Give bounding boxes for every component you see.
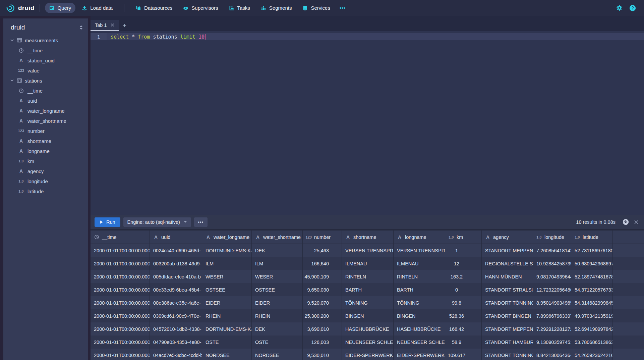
column-header-shortname[interactable]: Ashortname [342,230,394,244]
cell-km[interactable]: 1 [445,244,482,257]
cell-__time[interactable]: 2000-01-01T00:00:00.000Z [91,349,150,360]
cell-number[interactable]: 9,530,010 [303,349,342,360]
cell-number[interactable]: 3,690,010 [303,322,342,336]
tab-1[interactable]: Tab 1 [91,20,119,31]
cell-uuid[interactable]: 04acd7e5-3cbc-4cdd-b [150,349,202,360]
cell-water_shortname[interactable]: DEK [252,322,303,336]
cell-uuid[interactable]: 0024cc40-d690-468d- [150,244,202,257]
cell-number[interactable]: 45,900,109 [303,270,342,283]
cell-longname[interactable]: BINGEN [394,309,445,322]
cell-shortname[interactable]: VERSEN TRENNSPITZE [342,244,394,257]
cell-water_shortname[interactable]: OSTSEE [252,283,303,296]
cell-water_shortname[interactable]: RHEIN [252,309,303,322]
cell-longname[interactable]: BARTH [394,283,445,296]
cell-uuid[interactable]: 003200ab-d138-49d9- [150,257,202,270]
cell-uuid[interactable]: 00e386ac-e35c-4a6e- [150,296,202,309]
cell-water_longname[interactable]: OSTSEE [202,283,252,296]
column-header-latitude[interactable]: 1.0latitude [571,230,613,244]
sidebar-column-value[interactable]: 123value [3,65,88,75]
column-header-uuid[interactable]: Auuid [150,230,202,244]
cell-latitude[interactable]: 54.2659236242160 [571,349,613,360]
cell-agency[interactable]: STANDORT TÖNNING [482,296,533,309]
cell-latitude[interactable]: 53.7806865138630 [571,336,613,349]
download-results-button[interactable] [623,219,629,225]
cell-uuid[interactable]: 00c33ed9-6bea-45b4- [150,283,202,296]
cell-longitude[interactable]: 8.9501490349654 [533,296,571,309]
sidebar-column-latitude[interactable]: 1.0latitude [3,186,88,196]
nav-item-supervisors[interactable]: Supervisors [179,3,222,13]
cell-water_shortname[interactable]: WESER [252,270,303,283]
cell-number[interactable]: 9,650,030 [303,283,342,296]
schema-selector-button[interactable] [79,25,83,30]
cell-latitude[interactable]: 49.9703421359191 [571,309,613,322]
sidebar-column-__time[interactable]: __time [3,45,88,55]
nav-item-segments[interactable]: Segments [256,3,296,13]
cell-agency[interactable]: STANDORT MEPPEN [482,322,533,336]
cell-longname[interactable]: RINTELN [394,270,445,283]
cell-uuid[interactable]: 005dfdae-efcc-410a-b [150,270,202,283]
cell-latitude[interactable]: 52.1897474816781 [571,270,613,283]
column-header-km[interactable]: 1.0km [445,230,482,244]
cell-water_shortname[interactable]: DEK [252,244,303,257]
cell-km[interactable]: 163.2 [445,270,482,283]
sidebar-column-water_shortname[interactable]: Awater_shortname [3,116,88,126]
cell-water_shortname[interactable]: OSTE [252,336,303,349]
cell-agency[interactable]: REGIONALSTELLE SUHL [482,257,533,270]
cell-water_shortname[interactable]: NORDSEE [252,349,303,360]
cell-shortname[interactable]: HASEHUBBRÜCKE [342,322,394,336]
close-results-button[interactable] [634,220,639,224]
cell-__time[interactable]: 2000-01-01T00:00:00.000Z [91,309,150,322]
cell-longitude[interactable]: 7.2608564181428 [533,244,571,257]
close-tab-icon[interactable] [111,23,114,27]
column-header-water_shortname[interactable]: Awater_shortname [252,230,303,244]
nav-item-datasources[interactable]: Datasources [131,3,177,13]
cell-shortname[interactable]: BINGEN [342,309,394,322]
sidebar-column-water_longname[interactable]: Awater_longname [3,106,88,116]
cell-__time[interactable]: 2000-01-01T00:00:00.000Z [91,257,150,270]
cell-water_shortname[interactable]: ILM [252,257,303,270]
cell-longitude[interactable]: 7.8996679633971 [533,309,571,322]
cell-agency[interactable]: STANDORT BINGEN [482,309,533,322]
sidebar-column-number[interactable]: 123number [3,126,88,136]
cell-km[interactable]: 528.36 [445,309,482,322]
cell-longname[interactable]: VERSEN TRENNSPITZE [394,244,445,257]
cell-longname[interactable]: NEUENSEER SCHLEUSE [394,336,445,349]
cell-shortname[interactable]: ILMENAU [342,257,394,270]
cell-agency[interactable]: STANDORT TÖNNING [482,349,533,360]
cell-uuid[interactable]: 04572010-1db2-4338- [150,322,202,336]
run-button[interactable]: Run [95,217,120,227]
nav-item-services[interactable]: Services [298,3,335,13]
cell-latitude[interactable]: 50.6809423686970 [571,257,613,270]
nav-item-tasks[interactable]: Tasks [225,3,254,13]
sql-line[interactable]: select * from stations limit 10 [107,33,644,40]
column-header-longitude[interactable]: 1.0longitude [533,230,571,244]
cell-latitude[interactable]: 54.3146829998450 [571,296,613,309]
cell-longname[interactable]: HASEHUBBRÜCKE [394,322,445,336]
cell-longitude[interactable]: 9.1309035974510 [533,336,571,349]
cell-agency[interactable]: STANDORT STRALSUND [482,283,533,296]
cell-__time[interactable]: 2000-01-01T00:00:00.000Z [91,336,150,349]
cell-number[interactable]: 25,300,200 [303,309,342,322]
cell-__time[interactable]: 2000-01-01T00:00:00.000Z [91,244,150,257]
cell-km[interactable]: 12 [445,257,482,270]
cell-number[interactable]: 25,463 [303,244,342,257]
cell-latitude[interactable]: 52.7311869761806 [571,244,613,257]
sidebar-table-stations[interactable]: stations [3,75,88,86]
help-button[interactable]: ? [629,5,636,11]
cell-__time[interactable]: 2000-01-01T00:00:00.000Z [91,283,150,296]
query-more-button[interactable]: ••• [194,217,208,227]
sidebar-column-agency[interactable]: Aagency [3,166,88,176]
cell-water_longname[interactable]: ILM [202,257,252,270]
cell-__time[interactable]: 2000-01-01T00:00:00.000Z [91,296,150,309]
cell-agency[interactable]: STANDORT MEPPEN [482,244,533,257]
druid-brand[interactable]: druid [6,4,35,12]
sidebar-column-longitude[interactable]: 1.0longitude [3,176,88,186]
column-header-water_longname[interactable]: Awater_longname [202,230,252,244]
cell-km[interactable]: 109.617 [445,349,482,360]
cell-water_longname[interactable]: RHEIN [202,309,252,322]
sidebar-column-__time[interactable]: __time [3,86,88,96]
cell-latitude[interactable]: 54.3712205767332 [571,283,613,296]
nav-item-load-data[interactable]: Load data [77,3,117,13]
add-tab-button[interactable]: + [119,20,130,31]
sidebar-column-km[interactable]: 1.0km [3,156,88,166]
